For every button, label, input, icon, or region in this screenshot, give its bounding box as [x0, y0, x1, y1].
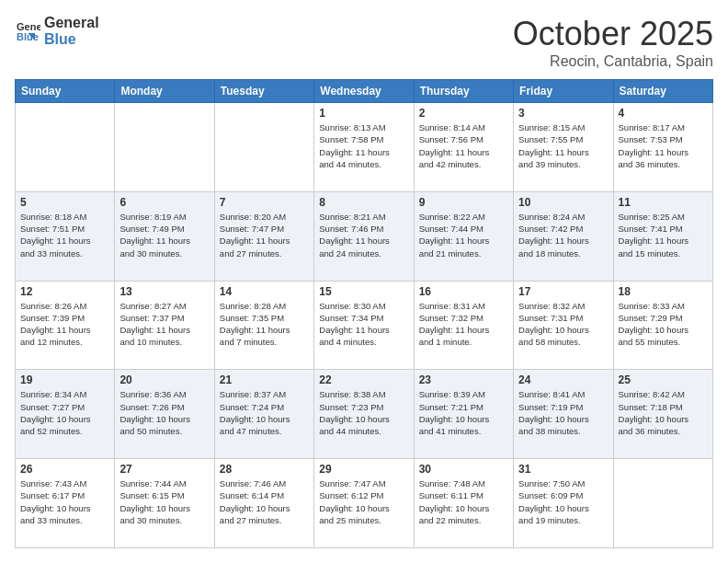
calendar-cell: 26Sunrise: 7:43 AM Sunset: 6:17 PM Dayli…: [16, 459, 115, 548]
logo-blue: Blue: [44, 31, 99, 48]
day-number: 25: [619, 373, 708, 386]
day-info: Sunrise: 8:36 AM Sunset: 7:26 PM Dayligh…: [119, 388, 209, 437]
calendar-cell: 29Sunrise: 7:47 AM Sunset: 6:12 PM Dayli…: [314, 459, 414, 548]
calendar-cell: 19Sunrise: 8:34 AM Sunset: 7:27 PM Dayli…: [16, 370, 115, 459]
calendar-cell: 12Sunrise: 8:26 AM Sunset: 7:39 PM Dayli…: [16, 281, 115, 370]
day-number: 1: [319, 107, 408, 120]
day-info: Sunrise: 8:18 AM Sunset: 7:51 PM Dayligh…: [20, 211, 109, 259]
calendar-cell: 17Sunrise: 8:32 AM Sunset: 7:31 PM Dayli…: [514, 281, 613, 370]
location-title: Reocin, Cantabria, Spain: [513, 53, 713, 70]
calendar-cell: 31Sunrise: 7:50 AM Sunset: 6:09 PM Dayli…: [514, 459, 613, 548]
calendar-cell: 9Sunrise: 8:22 AM Sunset: 7:44 PM Daylig…: [414, 191, 513, 281]
calendar-cell: 13Sunrise: 8:27 AM Sunset: 7:37 PM Dayli…: [115, 281, 214, 370]
calendar-cell: 25Sunrise: 8:42 AM Sunset: 7:18 PM Dayli…: [613, 370, 712, 459]
day-number: 26: [20, 463, 109, 476]
day-number: 15: [319, 285, 408, 298]
calendar-table: Sunday Monday Tuesday Wednesday Thursday…: [15, 79, 713, 548]
calendar-cell: 7Sunrise: 8:20 AM Sunset: 7:47 PM Daylig…: [214, 191, 313, 281]
day-number: 7: [220, 196, 309, 209]
day-info: Sunrise: 7:44 AM Sunset: 6:15 PM Dayligh…: [119, 477, 209, 526]
day-number: 21: [220, 373, 309, 386]
day-number: 16: [419, 285, 508, 298]
day-number: 19: [20, 373, 109, 386]
day-number: 29: [319, 463, 408, 476]
month-title: October 2025: [513, 15, 713, 53]
calendar-cell: [214, 103, 313, 192]
day-info: Sunrise: 7:46 AM Sunset: 6:14 PM Dayligh…: [220, 477, 309, 526]
day-number: 23: [419, 373, 508, 386]
day-info: Sunrise: 8:39 AM Sunset: 7:21 PM Dayligh…: [419, 388, 508, 437]
calendar-cell: 8Sunrise: 8:21 AM Sunset: 7:46 PM Daylig…: [314, 191, 414, 281]
calendar-cell: 20Sunrise: 8:36 AM Sunset: 7:26 PM Dayli…: [115, 370, 214, 459]
day-info: Sunrise: 8:17 AM Sunset: 7:53 PM Dayligh…: [619, 121, 708, 170]
calendar-cell: 1Sunrise: 8:13 AM Sunset: 7:58 PM Daylig…: [314, 103, 414, 192]
day-number: 3: [518, 107, 608, 120]
day-number: 27: [119, 463, 209, 476]
header-monday: Monday: [115, 80, 214, 103]
calendar-cell: 22Sunrise: 8:38 AM Sunset: 7:23 PM Dayli…: [314, 370, 414, 459]
logo-wordmark: General Blue: [44, 15, 99, 47]
header-tuesday: Tuesday: [214, 80, 313, 103]
calendar-row-2: 5Sunrise: 8:18 AM Sunset: 7:51 PM Daylig…: [16, 191, 713, 281]
calendar-cell: 30Sunrise: 7:48 AM Sunset: 6:11 PM Dayli…: [414, 459, 513, 548]
calendar-row-3: 12Sunrise: 8:26 AM Sunset: 7:39 PM Dayli…: [16, 281, 713, 370]
day-number: 4: [619, 107, 708, 120]
day-info: Sunrise: 8:24 AM Sunset: 7:42 PM Dayligh…: [518, 211, 608, 259]
day-info: Sunrise: 8:37 AM Sunset: 7:24 PM Dayligh…: [220, 388, 309, 437]
day-info: Sunrise: 8:20 AM Sunset: 7:47 PM Dayligh…: [220, 211, 309, 259]
header-saturday: Saturday: [613, 80, 712, 103]
day-info: Sunrise: 8:31 AM Sunset: 7:32 PM Dayligh…: [419, 300, 508, 349]
day-info: Sunrise: 8:22 AM Sunset: 7:44 PM Dayligh…: [419, 211, 508, 259]
day-number: 13: [119, 285, 209, 298]
calendar-row-4: 19Sunrise: 8:34 AM Sunset: 7:27 PM Dayli…: [16, 370, 713, 459]
day-info: Sunrise: 8:42 AM Sunset: 7:18 PM Dayligh…: [619, 388, 708, 437]
calendar-cell: 10Sunrise: 8:24 AM Sunset: 7:42 PM Dayli…: [514, 191, 613, 281]
day-info: Sunrise: 8:28 AM Sunset: 7:35 PM Dayligh…: [220, 300, 309, 349]
day-number: 24: [518, 373, 608, 386]
calendar-cell: 24Sunrise: 8:41 AM Sunset: 7:19 PM Dayli…: [514, 370, 613, 459]
page: General Blue General Blue October 2025 R…: [0, 0, 728, 563]
header-sunday: Sunday: [16, 80, 115, 103]
calendar-cell: 14Sunrise: 8:28 AM Sunset: 7:35 PM Dayli…: [214, 281, 313, 370]
day-info: Sunrise: 8:32 AM Sunset: 7:31 PM Dayligh…: [518, 300, 608, 349]
day-info: Sunrise: 7:47 AM Sunset: 6:12 PM Dayligh…: [319, 477, 408, 526]
day-number: 31: [518, 463, 608, 476]
weekday-header-row: Sunday Monday Tuesday Wednesday Thursday…: [16, 80, 713, 103]
day-info: Sunrise: 8:14 AM Sunset: 7:56 PM Dayligh…: [419, 121, 508, 170]
day-number: 30: [419, 463, 508, 476]
calendar-cell: 5Sunrise: 8:18 AM Sunset: 7:51 PM Daylig…: [16, 191, 115, 281]
day-number: 9: [419, 196, 508, 209]
day-info: Sunrise: 8:33 AM Sunset: 7:29 PM Dayligh…: [619, 300, 708, 349]
calendar-cell: 6Sunrise: 8:19 AM Sunset: 7:49 PM Daylig…: [115, 191, 214, 281]
calendar-cell: 4Sunrise: 8:17 AM Sunset: 7:53 PM Daylig…: [613, 103, 712, 192]
day-number: 18: [619, 285, 708, 298]
logo: General Blue General Blue: [15, 15, 99, 47]
calendar-row-5: 26Sunrise: 7:43 AM Sunset: 6:17 PM Dayli…: [16, 459, 713, 548]
calendar-cell: 18Sunrise: 8:33 AM Sunset: 7:29 PM Dayli…: [613, 281, 712, 370]
day-number: 14: [220, 285, 309, 298]
day-info: Sunrise: 8:21 AM Sunset: 7:46 PM Dayligh…: [319, 211, 408, 259]
calendar-cell: 16Sunrise: 8:31 AM Sunset: 7:32 PM Dayli…: [414, 281, 513, 370]
day-info: Sunrise: 8:34 AM Sunset: 7:27 PM Dayligh…: [20, 388, 109, 437]
day-info: Sunrise: 7:50 AM Sunset: 6:09 PM Dayligh…: [518, 477, 608, 526]
day-number: 17: [518, 285, 608, 298]
calendar-cell: 21Sunrise: 8:37 AM Sunset: 7:24 PM Dayli…: [214, 370, 313, 459]
day-info: Sunrise: 8:26 AM Sunset: 7:39 PM Dayligh…: [20, 300, 109, 349]
calendar-cell: 3Sunrise: 8:15 AM Sunset: 7:55 PM Daylig…: [514, 103, 613, 192]
day-info: Sunrise: 8:38 AM Sunset: 7:23 PM Dayligh…: [319, 388, 408, 437]
day-info: Sunrise: 8:15 AM Sunset: 7:55 PM Dayligh…: [518, 121, 608, 170]
calendar-cell: [16, 103, 115, 192]
day-info: Sunrise: 7:48 AM Sunset: 6:11 PM Dayligh…: [419, 477, 508, 526]
calendar-cell: 2Sunrise: 8:14 AM Sunset: 7:56 PM Daylig…: [414, 103, 513, 192]
logo-general: General: [44, 15, 99, 31]
day-number: 11: [619, 196, 708, 209]
day-number: 12: [20, 285, 109, 298]
day-info: Sunrise: 8:27 AM Sunset: 7:37 PM Dayligh…: [119, 300, 209, 349]
calendar-row-1: 1Sunrise: 8:13 AM Sunset: 7:58 PM Daylig…: [16, 103, 713, 192]
calendar-cell: 23Sunrise: 8:39 AM Sunset: 7:21 PM Dayli…: [414, 370, 513, 459]
day-number: 5: [20, 196, 109, 209]
calendar-cell: 27Sunrise: 7:44 AM Sunset: 6:15 PM Dayli…: [115, 459, 214, 548]
calendar-cell: 15Sunrise: 8:30 AM Sunset: 7:34 PM Dayli…: [314, 281, 414, 370]
day-number: 6: [119, 196, 209, 209]
day-info: Sunrise: 7:43 AM Sunset: 6:17 PM Dayligh…: [20, 477, 109, 526]
